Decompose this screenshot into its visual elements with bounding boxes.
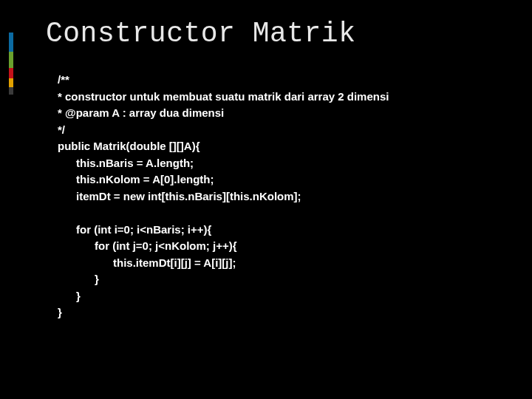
accent-segment <box>9 33 13 52</box>
slide: Constructor Matrik /** * constructor unt… <box>0 0 532 399</box>
accent-strip <box>9 33 13 95</box>
slide-title: Constructor Matrik <box>46 18 494 50</box>
accent-segment <box>9 87 13 95</box>
code-block: /** * constructor untuk membuat suatu ma… <box>58 72 494 321</box>
accent-segment <box>9 52 13 68</box>
accent-segment <box>9 78 13 87</box>
accent-segment <box>9 68 13 78</box>
